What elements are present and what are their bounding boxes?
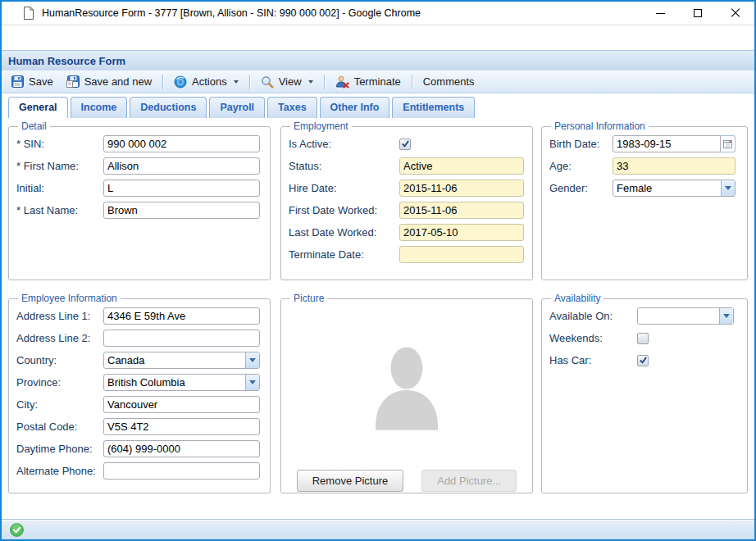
hire-date-label: Hire Date: xyxy=(289,182,399,194)
status-field[interactable] xyxy=(399,157,524,175)
employment-section: Employment Is Active: Status: Hire Date:… xyxy=(280,120,533,280)
chevron-down-icon[interactable] xyxy=(245,375,259,390)
is-active-checkbox[interactable] xyxy=(399,139,411,150)
close-button[interactable] xyxy=(717,2,754,25)
browser-chrome-area xyxy=(2,25,754,50)
tab-taxes[interactable]: Taxes xyxy=(267,97,317,118)
actions-button-label: Actions xyxy=(192,75,227,88)
toolbar-separator xyxy=(162,75,163,89)
sin-label: * SIN: xyxy=(16,138,103,150)
country-label: Country: xyxy=(16,354,103,366)
remove-picture-button[interactable]: Remove Picture xyxy=(297,470,403,492)
tab-entitlements[interactable]: Entitlements xyxy=(392,97,475,118)
has-car-checkbox[interactable] xyxy=(637,355,649,366)
success-check-icon xyxy=(10,523,24,537)
last-date-worked-label: Last Date Worked: xyxy=(289,226,399,239)
save-icon xyxy=(11,75,24,88)
tab-payroll[interactable]: Payroll xyxy=(209,97,265,118)
chevron-down-icon[interactable] xyxy=(245,352,259,368)
page-title: Human Resource Form xyxy=(8,55,125,67)
tab-general[interactable]: General xyxy=(8,97,68,118)
status-label: Status: xyxy=(289,160,399,172)
save-and-new-button-label: Save and new xyxy=(84,75,152,88)
statusbar xyxy=(2,520,754,539)
initial-input[interactable] xyxy=(103,180,260,197)
hire-date-field[interactable] xyxy=(399,180,524,197)
address-line-1-label: Address Line 1: xyxy=(16,310,103,322)
detail-section: Detail * SIN: * First Name: Initial: * L… xyxy=(8,120,271,280)
initial-label: Initial: xyxy=(16,182,103,194)
minimize-button[interactable] xyxy=(641,2,679,25)
add-picture-button[interactable]: Add Picture... xyxy=(421,470,517,492)
personal-information-legend: Personal Information xyxy=(551,120,649,132)
comments-button[interactable]: Comments xyxy=(417,73,481,91)
toolbar-separator xyxy=(412,75,412,89)
toolbar-separator xyxy=(324,75,325,89)
chevron-down-icon[interactable] xyxy=(719,308,733,324)
form-content: Detail * SIN: * First Name: Initial: * L… xyxy=(2,118,754,519)
toolbar-separator xyxy=(249,75,250,89)
available-on-label: Available On: xyxy=(549,310,637,322)
tab-other-info[interactable]: Other Info xyxy=(320,97,390,118)
terminate-button-label: Terminate xyxy=(354,75,401,88)
tab-income[interactable]: Income xyxy=(71,97,128,118)
age-label: Age: xyxy=(549,160,613,172)
terminate-icon xyxy=(335,75,349,89)
actions-button[interactable]: Actions xyxy=(167,73,245,91)
last-name-input[interactable] xyxy=(103,202,260,219)
weekends-checkbox[interactable] xyxy=(637,333,649,344)
daytime-phone-label: Daytime Phone: xyxy=(16,443,103,455)
province-label: Province: xyxy=(16,376,103,389)
save-new-icon xyxy=(66,75,80,88)
first-name-label: * First Name: xyxy=(16,160,103,172)
availability-legend: Availability xyxy=(551,293,603,304)
form-header: Human Resource Form xyxy=(2,50,754,70)
employee-information-section: Employee Information Address Line 1: Add… xyxy=(8,293,271,493)
first-date-worked-label: First Date Worked: xyxy=(289,204,399,216)
last-name-label: * Last Name: xyxy=(16,204,103,216)
gender-label: Gender: xyxy=(549,182,613,194)
age-field[interactable] xyxy=(613,157,736,175)
gender-select[interactable] xyxy=(613,180,736,197)
tab-deductions[interactable]: Deductions xyxy=(130,97,207,118)
sin-input[interactable] xyxy=(103,135,260,152)
city-input[interactable] xyxy=(103,396,260,413)
terminate-button[interactable]: Terminate xyxy=(329,73,408,91)
window-controls xyxy=(641,2,754,25)
terminate-date-field[interactable] xyxy=(399,246,524,263)
employee-information-legend: Employee Information xyxy=(18,293,121,304)
document-icon xyxy=(23,7,34,20)
tabstrip: General Income Deductions Payroll Taxes … xyxy=(2,97,754,118)
birth-date-label: Birth Date: xyxy=(549,138,613,150)
chevron-down-icon xyxy=(308,80,313,84)
calendar-picker-button[interactable] xyxy=(721,135,736,152)
available-on-select[interactable] xyxy=(637,307,734,325)
actions-icon xyxy=(174,75,187,89)
toolbar: Save Save and new Actions xyxy=(2,70,754,93)
check-icon xyxy=(639,356,648,365)
close-icon xyxy=(731,8,740,18)
first-date-worked-field[interactable] xyxy=(399,202,524,219)
province-select[interactable] xyxy=(103,374,260,391)
weekends-label: Weekends: xyxy=(549,332,637,344)
address-line-1-input[interactable] xyxy=(103,307,260,325)
birth-date-input[interactable] xyxy=(613,135,721,152)
gender-select-value[interactable] xyxy=(613,180,736,197)
postal-code-input[interactable] xyxy=(103,418,260,435)
alternate-phone-label: Alternate Phone: xyxy=(16,465,103,477)
postal-code-label: Postal Code: xyxy=(16,421,103,433)
first-name-input[interactable] xyxy=(103,157,260,175)
chevron-down-icon[interactable] xyxy=(721,180,735,196)
alternate-phone-input[interactable] xyxy=(103,462,260,480)
daytime-phone-input[interactable] xyxy=(103,440,260,457)
country-select-value[interactable] xyxy=(103,352,260,369)
chevron-down-icon xyxy=(234,80,239,84)
maximize-button[interactable] xyxy=(679,2,717,25)
save-and-new-button[interactable]: Save and new xyxy=(60,73,158,91)
province-select-value[interactable] xyxy=(103,374,260,391)
country-select[interactable] xyxy=(103,352,260,369)
last-date-worked-field[interactable] xyxy=(399,224,524,241)
view-button[interactable]: View xyxy=(254,73,320,91)
address-line-2-input[interactable] xyxy=(103,330,260,347)
save-button[interactable]: Save xyxy=(5,73,60,91)
